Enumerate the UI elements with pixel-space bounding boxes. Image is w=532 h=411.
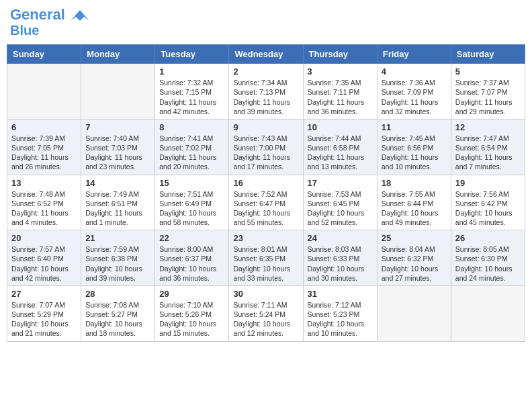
day-number: 15: [159, 178, 224, 188]
day-number: 4: [382, 66, 447, 77]
calendar-day: 11Sunrise: 7:45 AMSunset: 6:56 PMDayligh…: [377, 119, 451, 175]
day-number: 27: [11, 289, 77, 299]
day-number: 2: [233, 66, 298, 77]
weekday-header-saturday: Saturday: [451, 45, 525, 64]
day-info: Sunrise: 7:52 AMSunset: 6:47 PMDaylight:…: [233, 189, 298, 228]
day-info: Sunrise: 8:05 AMSunset: 6:30 PMDaylight:…: [455, 244, 521, 283]
day-number: 16: [233, 178, 298, 188]
calendar-day: 12Sunrise: 7:47 AMSunset: 6:54 PMDayligh…: [451, 119, 525, 175]
calendar-day: [377, 285, 451, 341]
day-info: Sunrise: 7:47 AMSunset: 6:54 PMDaylight:…: [455, 134, 521, 172]
day-number: 21: [85, 233, 150, 243]
day-info: Sunrise: 7:41 AMSunset: 7:02 PMDaylight:…: [159, 134, 224, 172]
day-info: Sunrise: 7:49 AMSunset: 6:51 PMDaylight:…: [85, 189, 150, 228]
logo-text: General: [10, 7, 89, 23]
calendar-day: 27Sunrise: 7:07 AMSunset: 5:29 PMDayligh…: [7, 285, 81, 341]
day-number: 12: [455, 122, 521, 132]
day-info: Sunrise: 8:03 AMSunset: 6:33 PMDaylight:…: [308, 244, 373, 283]
day-number: 23: [233, 233, 298, 243]
calendar-day: 20Sunrise: 7:57 AMSunset: 6:40 PMDayligh…: [7, 230, 81, 286]
day-number: 11: [382, 122, 447, 132]
day-info: Sunrise: 7:45 AMSunset: 6:56 PMDaylight:…: [382, 134, 447, 172]
calendar-day: 16Sunrise: 7:52 AMSunset: 6:47 PMDayligh…: [229, 175, 303, 230]
day-info: Sunrise: 7:44 AMSunset: 6:58 PMDaylight:…: [308, 134, 373, 172]
calendar-day: 5Sunrise: 7:37 AMSunset: 7:07 PMDaylight…: [451, 64, 525, 120]
calendar-day: 8Sunrise: 7:41 AMSunset: 7:02 PMDaylight…: [155, 119, 229, 175]
day-number: 6: [11, 122, 77, 132]
day-number: 31: [308, 289, 373, 299]
calendar-day: 3Sunrise: 7:35 AMSunset: 7:11 PMDaylight…: [303, 64, 377, 120]
calendar-day: 17Sunrise: 7:53 AMSunset: 6:45 PMDayligh…: [303, 175, 377, 230]
logo: General Blue: [10, 7, 89, 38]
day-info: Sunrise: 7:39 AMSunset: 7:05 PMDaylight:…: [11, 134, 77, 172]
calendar-day: 23Sunrise: 8:01 AMSunset: 6:35 PMDayligh…: [229, 230, 303, 286]
calendar-day: 30Sunrise: 7:11 AMSunset: 5:24 PMDayligh…: [229, 285, 303, 341]
day-number: 19: [455, 178, 521, 188]
day-info: Sunrise: 7:53 AMSunset: 6:45 PMDaylight:…: [308, 189, 373, 228]
logo-blue: Blue: [10, 23, 39, 38]
day-info: Sunrise: 7:37 AMSunset: 7:07 PMDaylight:…: [455, 78, 521, 116]
day-info: Sunrise: 7:34 AMSunset: 7:13 PMDaylight:…: [233, 78, 298, 116]
weekday-header-row: SundayMondayTuesdayWednesdayThursdayFrid…: [7, 45, 525, 64]
day-info: Sunrise: 7:40 AMSunset: 7:03 PMDaylight:…: [85, 134, 150, 172]
day-info: Sunrise: 8:01 AMSunset: 6:35 PMDaylight:…: [233, 244, 298, 283]
day-info: Sunrise: 8:00 AMSunset: 6:37 PMDaylight:…: [159, 244, 224, 283]
day-info: Sunrise: 7:08 AMSunset: 5:27 PMDaylight:…: [85, 300, 150, 338]
day-info: Sunrise: 7:48 AMSunset: 6:52 PMDaylight:…: [11, 189, 77, 228]
day-number: 13: [11, 178, 77, 188]
day-info: Sunrise: 7:36 AMSunset: 7:09 PMDaylight:…: [382, 78, 447, 116]
day-number: 10: [308, 122, 373, 132]
calendar-day: 28Sunrise: 7:08 AMSunset: 5:27 PMDayligh…: [81, 285, 155, 341]
day-number: 29: [159, 289, 224, 299]
calendar-day: 25Sunrise: 8:04 AMSunset: 6:32 PMDayligh…: [377, 230, 451, 286]
calendar-day: 31Sunrise: 7:12 AMSunset: 5:23 PMDayligh…: [303, 285, 377, 341]
calendar-day: 26Sunrise: 8:05 AMSunset: 6:30 PMDayligh…: [451, 230, 525, 286]
calendar-day: 13Sunrise: 7:48 AMSunset: 6:52 PMDayligh…: [7, 175, 81, 230]
day-info: Sunrise: 7:56 AMSunset: 6:42 PMDaylight:…: [455, 189, 521, 228]
calendar-day: 1Sunrise: 7:32 AMSunset: 7:15 PMDaylight…: [155, 64, 229, 120]
day-number: 25: [382, 233, 447, 243]
weekday-header-monday: Monday: [81, 45, 155, 64]
calendar-day: 15Sunrise: 7:51 AMSunset: 6:49 PMDayligh…: [155, 175, 229, 230]
day-number: 28: [85, 289, 150, 299]
day-number: 24: [308, 233, 373, 243]
day-number: 7: [85, 122, 150, 132]
day-info: Sunrise: 7:07 AMSunset: 5:29 PMDaylight:…: [11, 300, 77, 338]
day-info: Sunrise: 7:10 AMSunset: 5:26 PMDaylight:…: [159, 300, 224, 338]
day-number: 26: [455, 233, 521, 243]
day-number: 1: [159, 66, 224, 77]
calendar-day: 29Sunrise: 7:10 AMSunset: 5:26 PMDayligh…: [155, 285, 229, 341]
day-number: 8: [159, 122, 224, 132]
calendar-day: [7, 64, 81, 120]
calendar-day: [451, 285, 525, 341]
day-number: 5: [455, 66, 521, 77]
weekday-header-sunday: Sunday: [7, 45, 81, 64]
day-number: 17: [308, 178, 373, 188]
day-info: Sunrise: 8:04 AMSunset: 6:32 PMDaylight:…: [382, 244, 447, 283]
calendar-week-3: 13Sunrise: 7:48 AMSunset: 6:52 PMDayligh…: [7, 175, 525, 230]
svg-marker-0: [71, 10, 89, 21]
weekday-header-tuesday: Tuesday: [155, 45, 229, 64]
day-number: 9: [233, 122, 298, 132]
day-info: Sunrise: 7:55 AMSunset: 6:44 PMDaylight:…: [382, 189, 447, 228]
day-number: 18: [382, 178, 447, 188]
calendar-day: 9Sunrise: 7:43 AMSunset: 7:00 PMDaylight…: [229, 119, 303, 175]
day-info: Sunrise: 7:43 AMSunset: 7:00 PMDaylight:…: [233, 134, 298, 172]
day-info: Sunrise: 7:51 AMSunset: 6:49 PMDaylight:…: [159, 189, 224, 228]
day-info: Sunrise: 7:59 AMSunset: 6:38 PMDaylight:…: [85, 244, 150, 283]
day-info: Sunrise: 7:12 AMSunset: 5:23 PMDaylight:…: [308, 300, 373, 338]
day-info: Sunrise: 7:32 AMSunset: 7:15 PMDaylight:…: [159, 78, 224, 116]
calendar-day: 6Sunrise: 7:39 AMSunset: 7:05 PMDaylight…: [7, 119, 81, 175]
calendar-day: 7Sunrise: 7:40 AMSunset: 7:03 PMDaylight…: [81, 119, 155, 175]
calendar-day: 21Sunrise: 7:59 AMSunset: 6:38 PMDayligh…: [81, 230, 155, 286]
calendar-week-4: 20Sunrise: 7:57 AMSunset: 6:40 PMDayligh…: [7, 230, 525, 286]
day-info: Sunrise: 7:57 AMSunset: 6:40 PMDaylight:…: [11, 244, 77, 283]
page-header: General Blue: [7, 7, 525, 38]
day-number: 3: [308, 66, 373, 77]
calendar-day: 19Sunrise: 7:56 AMSunset: 6:42 PMDayligh…: [451, 175, 525, 230]
calendar-day: 24Sunrise: 8:03 AMSunset: 6:33 PMDayligh…: [303, 230, 377, 286]
day-number: 14: [85, 178, 150, 188]
calendar-day: 2Sunrise: 7:34 AMSunset: 7:13 PMDaylight…: [229, 64, 303, 120]
day-info: Sunrise: 7:35 AMSunset: 7:11 PMDaylight:…: [308, 78, 373, 116]
weekday-header-wednesday: Wednesday: [229, 45, 303, 64]
